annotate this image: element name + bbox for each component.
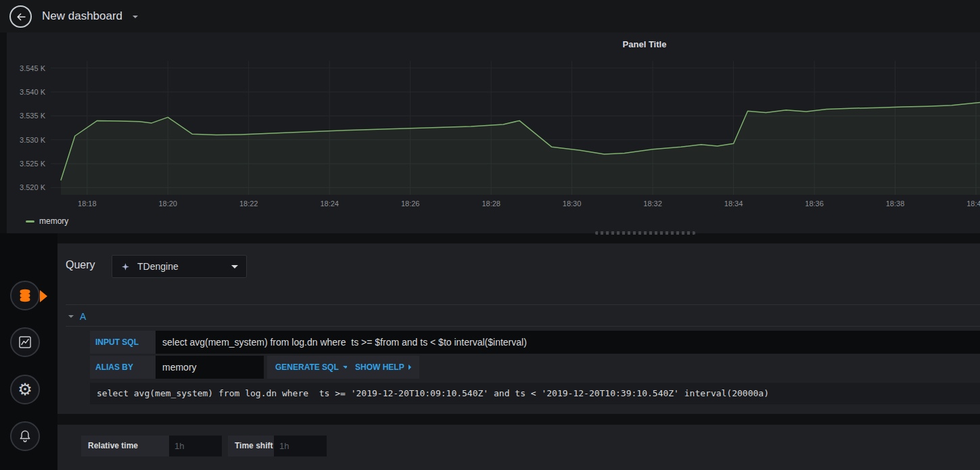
svg-text:3.545 K: 3.545 K xyxy=(20,64,46,72)
svg-text:18:30: 18:30 xyxy=(563,199,582,208)
section-divider xyxy=(66,304,980,305)
tab-general[interactable]: ⚙ xyxy=(10,375,40,404)
svg-text:18:18: 18:18 xyxy=(78,199,97,208)
svg-text:3.535 K: 3.535 K xyxy=(20,112,46,120)
query-ref-id: A xyxy=(80,311,86,322)
relative-time-input[interactable] xyxy=(169,436,222,456)
section-divider xyxy=(66,326,980,327)
show-help-button[interactable]: SHOW HELP xyxy=(347,356,419,379)
back-button[interactable] xyxy=(9,5,32,28)
datasource-picker[interactable]: TDengine xyxy=(112,255,247,278)
gear-icon: ⚙ xyxy=(18,381,32,398)
chart-icon xyxy=(18,335,32,350)
legend-series-label[interactable]: memory xyxy=(39,216,68,226)
grafana-panel-editor: New dashboard Panel Title 3.545 K3.540 K… xyxy=(0,0,980,470)
svg-text:18:36: 18:36 xyxy=(805,199,824,208)
svg-text:18:24: 18:24 xyxy=(320,199,339,208)
active-tab-arrow xyxy=(40,290,47,302)
horizontal-scrollbar[interactable] xyxy=(595,231,695,235)
chevron-down-icon xyxy=(231,265,238,268)
query-section-title: Query xyxy=(66,259,95,271)
tab-visualization[interactable] xyxy=(10,327,40,357)
svg-text:3.525 K: 3.525 K xyxy=(20,160,46,168)
svg-text:18:32: 18:32 xyxy=(643,199,662,208)
input-sql-label: INPUT SQL xyxy=(90,331,156,354)
bell-icon xyxy=(18,429,32,444)
topbar: New dashboard xyxy=(0,0,980,32)
svg-text:18:28: 18:28 xyxy=(482,199,500,208)
svg-text:18:20: 18:20 xyxy=(158,199,177,208)
panel-title[interactable]: Panel Title xyxy=(623,39,667,49)
tdengine-icon xyxy=(120,262,131,272)
query-ref-row[interactable]: A xyxy=(68,310,86,323)
tab-queries[interactable] xyxy=(10,281,40,310)
svg-text:18:40: 18:40 xyxy=(966,199,980,208)
tab-alert[interactable] xyxy=(10,421,40,451)
generate-sql-label: GENERATE SQL xyxy=(275,362,339,372)
timeseries-chart[interactable]: 3.545 K3.540 K3.535 K3.530 K3.525 K3.520… xyxy=(7,55,980,212)
query-section: Query TDengine A INPUT SQL ALIAS BY GENE… xyxy=(57,243,980,414)
svg-text:3.540 K: 3.540 K xyxy=(20,88,46,96)
legend: memory xyxy=(26,216,68,226)
alias-by-label: ALIAS BY xyxy=(90,356,156,379)
show-help-label: SHOW HELP xyxy=(355,362,404,372)
time-shift-label: Time shift xyxy=(228,436,274,456)
dashboard-title[interactable]: New dashboard xyxy=(42,0,122,32)
input-sql-field[interactable] xyxy=(156,331,980,354)
generate-sql-button[interactable]: GENERATE SQL xyxy=(267,356,356,379)
database-icon xyxy=(18,288,32,303)
svg-text:18:38: 18:38 xyxy=(886,199,905,208)
svg-text:18:34: 18:34 xyxy=(724,199,743,208)
time-shift-input[interactable] xyxy=(274,436,327,456)
svg-text:3.520 K: 3.520 K xyxy=(20,183,46,191)
time-options-section: Relative time Time shift xyxy=(57,425,980,470)
datasource-name: TDengine xyxy=(137,261,225,272)
chevron-down-icon[interactable] xyxy=(133,16,138,18)
collapse-icon xyxy=(68,315,74,318)
panel: Panel Title 3.545 K3.540 K3.535 K3.530 K… xyxy=(7,32,980,233)
relative-time-label: Relative time xyxy=(81,436,169,456)
svg-text:18:22: 18:22 xyxy=(239,199,258,208)
generated-sql-preview: select avg(mem_system) from log.dn where… xyxy=(90,383,980,404)
chevron-right-icon xyxy=(409,365,411,370)
arrow-left-icon xyxy=(15,11,27,23)
legend-color-swatch[interactable] xyxy=(26,220,34,222)
svg-text:18:26: 18:26 xyxy=(401,199,420,208)
svg-text:3.530 K: 3.530 K xyxy=(20,136,46,144)
alias-by-field[interactable] xyxy=(156,356,264,379)
